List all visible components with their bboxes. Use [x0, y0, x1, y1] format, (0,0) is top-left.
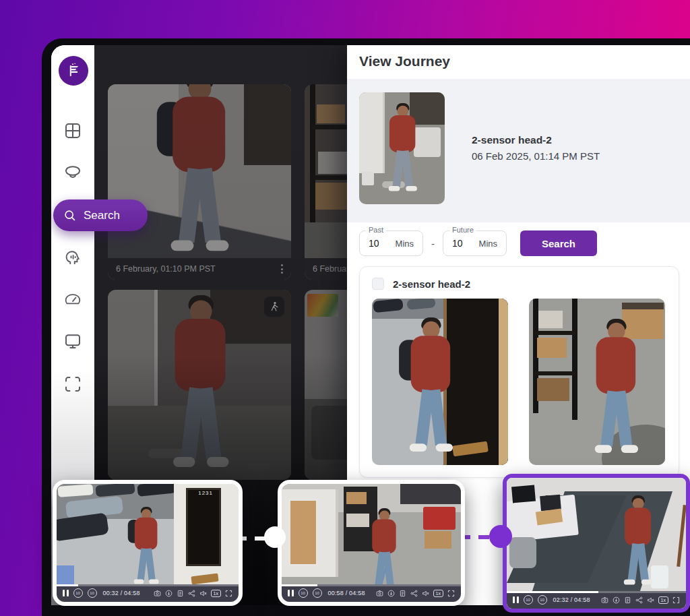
result-thumbnails: [372, 299, 666, 465]
camera-timestamp: 6 Februar: [313, 264, 349, 274]
pause-icon[interactable]: [63, 590, 69, 596]
forward-10-icon[interactable]: 10: [313, 588, 322, 598]
video-controls: 10 10 00:32 / 04:58 1x: [57, 584, 239, 602]
sidebar-item-search[interactable]: Search: [53, 199, 148, 231]
share-icon[interactable]: [188, 590, 195, 597]
video-controls: 10 10 00:58 / 04:58 1x: [282, 584, 461, 602]
snapshot-icon[interactable]: [601, 596, 608, 604]
camera-timestamp: 6 February, 01:10 PM PST: [116, 264, 216, 274]
past-minutes-input[interactable]: Past 10 Mins: [359, 230, 423, 256]
person-detected-badge: [264, 297, 284, 317]
camera-still-hallway: [108, 84, 291, 280]
rewind-10-icon[interactable]: 10: [73, 588, 83, 598]
video-progress[interactable]: [282, 584, 461, 586]
camera-card[interactable]: 6 February, 01:10 PM PST: [108, 84, 291, 280]
range-separator: -: [431, 238, 435, 249]
journey-search-button[interactable]: Search: [520, 230, 597, 256]
mute-icon[interactable]: [647, 596, 654, 604]
playback-speed[interactable]: 1x: [658, 596, 668, 604]
event-timestamp: 06 Feb 2025, 01:14 PM PST: [472, 150, 600, 162]
timeline-node[interactable]: [264, 526, 286, 548]
pause-icon[interactable]: [288, 590, 294, 596]
search-label: Search: [84, 209, 120, 222]
panel-title: View Journey: [347, 45, 690, 76]
fullscreen-icon[interactable]: [225, 590, 232, 597]
door-number: 1231: [198, 490, 213, 496]
download-icon[interactable]: [613, 596, 620, 604]
more-options-icon[interactable]: [281, 264, 283, 274]
timeline-node-selected[interactable]: [489, 525, 512, 548]
event-meta: 2-sensor head-2 06 Feb 2025, 01:14 PM PS…: [472, 134, 600, 162]
forward-10-icon[interactable]: 10: [538, 595, 547, 605]
sidebar-item-people-insights[interactable]: [63, 247, 83, 268]
snapshot-icon[interactable]: [154, 590, 161, 597]
result-still-warehouse[interactable]: [529, 299, 665, 465]
sidebar-item-dashboard[interactable]: [63, 289, 83, 309]
app-logo[interactable]: [59, 56, 88, 86]
share-icon[interactable]: [410, 590, 418, 597]
journey-clip-3-selected[interactable]: 10 10 02:32 / 04:58 1x: [503, 474, 690, 613]
fullscreen-icon[interactable]: [672, 596, 680, 604]
result-camera-name: 2-sensor head-2: [393, 278, 470, 290]
event-thumbnail: [359, 92, 445, 204]
journey-clip-1[interactable]: 1231 10 10 00:32 / 04:58 1x: [53, 480, 243, 606]
playback-speed[interactable]: 1x: [433, 590, 443, 597]
video-time: 00:58 / 04:58: [328, 590, 365, 596]
fullscreen-icon[interactable]: [447, 590, 455, 597]
camera-result-header: 2-sensor head-2: [372, 278, 666, 290]
result-still-door[interactable]: [372, 299, 508, 465]
camera-still-room: [108, 290, 291, 480]
journey-clip-2[interactable]: 10 10 00:58 / 04:58 1x: [278, 480, 465, 606]
mute-icon[interactable]: [422, 590, 429, 597]
sidebar-item-scan[interactable]: [63, 374, 83, 394]
camera-caption: 6 February, 01:10 PM PST: [108, 258, 291, 280]
rewind-10-icon[interactable]: 10: [524, 595, 533, 605]
clip-video-office: [507, 478, 686, 609]
video-time: 00:32 / 04:58: [103, 590, 140, 596]
video-time: 02:32 / 04:58: [553, 596, 590, 603]
video-progress[interactable]: [57, 584, 239, 586]
future-minutes-input[interactable]: Future 10 Mins: [443, 230, 507, 256]
sidebar-item-monitor[interactable]: [63, 331, 83, 351]
notes-icon[interactable]: [399, 590, 406, 597]
mute-icon[interactable]: [199, 590, 207, 597]
search-icon: [63, 208, 77, 223]
notes-icon[interactable]: [624, 596, 631, 604]
event-camera-name: 2-sensor head-2: [472, 134, 600, 146]
rewind-10-icon[interactable]: 10: [299, 588, 308, 598]
selected-event-card: 2-sensor head-2 06 Feb 2025, 01:14 PM PS…: [347, 79, 690, 222]
future-value[interactable]: 10: [452, 238, 463, 249]
camera-results-card: 2-sensor head-2: [359, 266, 679, 478]
forward-10-icon[interactable]: 10: [88, 588, 97, 598]
playback-speed[interactable]: 1x: [211, 590, 221, 597]
share-icon[interactable]: [635, 596, 643, 604]
journey-search-controls: Past 10 Mins - Future 10 Mins Search: [359, 230, 597, 257]
snapshot-icon[interactable]: [376, 590, 383, 597]
camera-card[interactable]: [108, 290, 291, 480]
future-label: Future: [449, 226, 476, 234]
download-icon[interactable]: [165, 590, 172, 597]
pause-icon[interactable]: [513, 596, 519, 603]
video-controls: 10 10 02:32 / 04:58 1x: [507, 591, 686, 609]
download-icon[interactable]: [387, 590, 395, 597]
notes-icon[interactable]: [177, 590, 184, 597]
past-label: Past: [366, 226, 386, 234]
past-unit: Mins: [396, 239, 414, 249]
video-progress[interactable]: [507, 591, 686, 593]
past-value[interactable]: 10: [369, 238, 379, 249]
camera-checkbox[interactable]: [372, 278, 384, 290]
sidebar-item-cameras[interactable]: [63, 162, 83, 183]
future-unit: Mins: [479, 239, 497, 249]
sidebar-item-grid-view[interactable]: [63, 121, 83, 141]
